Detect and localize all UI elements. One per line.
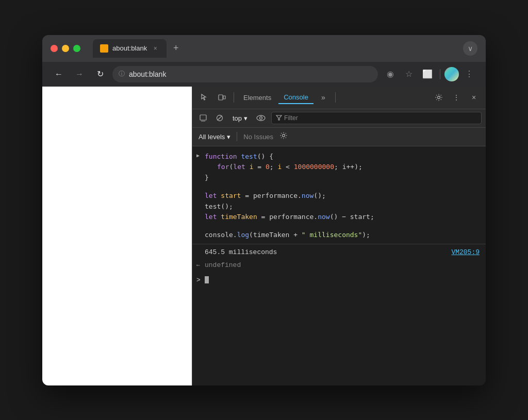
browser-window: about:blank × + ∨ ← → ↻ ⓘ about:blank ◉ …	[42, 35, 486, 385]
extensions-button[interactable]: ⬜	[419, 66, 436, 82]
tab-close-button[interactable]: ×	[151, 44, 159, 53]
output-value: 645.5 milliseconds	[205, 247, 277, 258]
output-entry: 645.5 milliseconds VM205:9	[192, 246, 486, 259]
eye-button[interactable]	[254, 111, 268, 125]
levels-label: All levels	[199, 133, 225, 141]
result-entry: ← undefined	[192, 259, 486, 272]
block-icon	[216, 114, 224, 122]
traffic-lights	[51, 45, 80, 52]
device-icon	[218, 93, 226, 102]
gear-icon-2	[279, 131, 288, 140]
code-entry: ▶ function test() { for(let i = 0; i < 1…	[192, 150, 486, 184]
reload-button[interactable]: ↻	[92, 66, 108, 82]
svg-marker-9	[276, 115, 282, 120]
gear-icon	[435, 93, 443, 102]
console-divider	[192, 244, 486, 244]
filter-placeholder: Filter	[284, 114, 298, 122]
all-levels-button[interactable]: All levels ▾	[199, 133, 230, 141]
devtools-toolbar: Elements Console » ⋮ ×	[192, 87, 486, 109]
devtools-actions-right: ⋮ ×	[431, 90, 482, 105]
funnel-icon	[276, 114, 282, 121]
eye-icon	[256, 114, 266, 122]
clear-icon	[199, 114, 207, 122]
elements-tab[interactable]: Elements	[238, 92, 276, 104]
forward-button[interactable]: →	[71, 66, 88, 82]
address-bar[interactable]: ⓘ about:blank	[112, 66, 378, 82]
levels-divider	[237, 132, 237, 141]
prompt-entry[interactable]: >	[192, 274, 486, 287]
tab-menu-button[interactable]: ∨	[463, 41, 477, 56]
file-link[interactable]: VM205:9	[451, 247, 480, 258]
console-toolbar: top ▾ Filter	[192, 109, 486, 128]
console-output: ▶ function test() { for(let i = 0; i < 1…	[192, 146, 486, 385]
svg-point-7	[257, 115, 265, 121]
menu-button[interactable]: ⋮	[461, 66, 477, 82]
svg-point-10	[283, 135, 285, 137]
cursor	[205, 276, 209, 283]
new-tab-button[interactable]: +	[169, 41, 183, 56]
privacy-button[interactable]: ◉	[382, 66, 399, 82]
tab-title: about:blank	[112, 44, 147, 52]
back-button[interactable]: ←	[51, 66, 67, 82]
active-tab[interactable]: about:blank ×	[93, 39, 167, 58]
toolbar-divider	[234, 92, 234, 103]
minimize-window-button[interactable]	[62, 45, 69, 52]
nav-actions: ◉ ☆ ⬜ ⋮	[382, 66, 477, 82]
profile-button[interactable]	[444, 67, 459, 81]
spacer-2	[192, 224, 486, 229]
svg-rect-0	[219, 95, 223, 100]
no-filter-button[interactable]	[213, 111, 226, 125]
svg-point-8	[260, 117, 262, 120]
context-arrow: ▾	[244, 114, 248, 122]
maximize-window-button[interactable]	[73, 45, 80, 52]
log-entry: console.log(timeTaken + " milliseconds")…	[192, 229, 486, 242]
tab-favicon	[100, 44, 108, 53]
close-window-button[interactable]	[51, 45, 58, 52]
clear-console-button[interactable]	[196, 111, 210, 125]
more-tabs-button[interactable]: »	[316, 90, 331, 105]
toolbar-divider-2	[335, 92, 336, 103]
spacer	[192, 184, 486, 190]
title-bar: about:blank × + ∨	[42, 35, 486, 62]
device-toolbar-button[interactable]	[214, 90, 229, 105]
collapse-arrow[interactable]: ▶	[196, 152, 200, 160]
devtools-overflow-button[interactable]: ⋮	[449, 90, 464, 105]
address-info-icon: ⓘ	[119, 70, 125, 78]
result-value: undefined	[205, 261, 241, 269]
close-devtools-button[interactable]: ×	[466, 90, 482, 105]
context-selector[interactable]: top ▾	[229, 113, 251, 123]
filter-input[interactable]: Filter	[271, 112, 482, 124]
page-area	[42, 87, 192, 385]
devtools-settings-button[interactable]	[431, 90, 447, 105]
cursor-icon	[200, 93, 208, 102]
nav-divider	[440, 69, 440, 79]
address-text: about:blank	[129, 70, 166, 78]
svg-rect-3	[200, 115, 206, 120]
tab-bar: about:blank × + ∨	[93, 39, 477, 58]
nav-bar: ← → ↻ ⓘ about:blank ◉ ☆ ⬜ ⋮	[42, 62, 486, 87]
code-entry-2: let start = performance.now(); test(); l…	[192, 190, 486, 224]
levels-bar: All levels ▾ No Issues	[192, 128, 486, 146]
console-settings-button[interactable]	[279, 131, 288, 142]
no-issues-label: No Issues	[243, 133, 273, 141]
filter-icon	[276, 114, 282, 122]
devtools-panel: Elements Console » ⋮ ×	[192, 87, 486, 385]
inspect-element-button[interactable]	[196, 90, 212, 105]
svg-rect-1	[223, 96, 225, 99]
svg-line-6	[218, 116, 222, 121]
svg-point-2	[438, 96, 440, 99]
console-tab[interactable]: Console	[278, 91, 314, 104]
main-content: Elements Console » ⋮ ×	[42, 87, 486, 385]
bookmark-button[interactable]: ☆	[401, 66, 417, 82]
levels-arrow: ▾	[227, 133, 230, 141]
context-label: top	[233, 114, 242, 122]
